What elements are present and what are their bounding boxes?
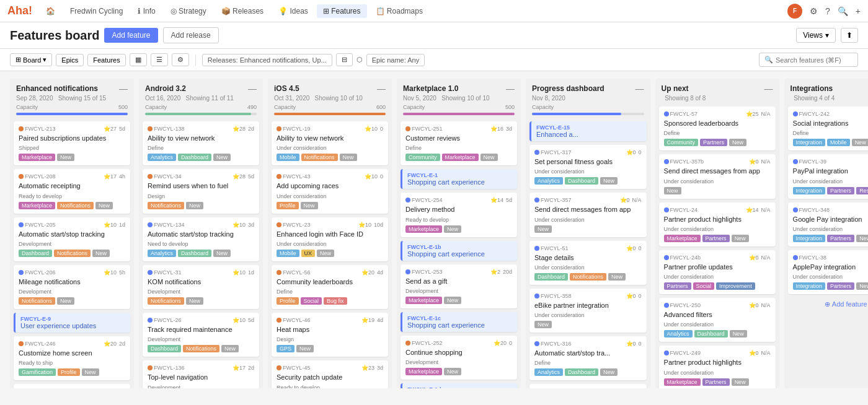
epic-card[interactable]: FWCYL-E-9 User experience updates xyxy=(14,313,130,333)
nav-ideas[interactable]: 💡 Ideas xyxy=(272,4,314,18)
features-button[interactable]: Features xyxy=(87,54,125,66)
add-feature-column-button[interactable]: ⊕ Add feature xyxy=(792,298,868,311)
epic-card[interactable]: FWCYL-E-1 Shopping cart experience xyxy=(401,169,517,189)
feature-card[interactable]: FWCYL-56 ⭐20 4d Community leaderboards D… xyxy=(272,265,388,309)
feature-card[interactable]: FWCYL-357b ⭐0 N/A Send direct messages f… xyxy=(659,154,776,198)
nav-features[interactable]: ⊞ Features xyxy=(317,4,367,18)
card-id: FWCYL-31 xyxy=(148,269,182,276)
column-collapse-button[interactable]: — xyxy=(119,84,128,94)
feature-card[interactable]: FWCYL-250 ⭐0 N/A Advanced filters Under … xyxy=(659,298,776,342)
feature-card[interactable]: FWCYL-31 ⭐10 1d KOM notifications Develo… xyxy=(143,265,259,309)
feature-card[interactable]: FWCYL-23 ⭐10 10d Enhanced login with Fac… xyxy=(272,217,388,261)
feature-card[interactable]: FWCYL-242 ⭐21 N/A Social integrations De… xyxy=(788,107,868,150)
feature-card[interactable]: FWCYL-252 ⭐20 0 Continue shopping Develo… xyxy=(401,336,517,380)
card-tags: CommunityPartners New xyxy=(664,139,771,146)
card-status: Under consideration xyxy=(793,226,868,232)
add-release-button[interactable]: Add release xyxy=(163,27,219,43)
search-nav-icon[interactable]: 🔍 xyxy=(838,6,848,16)
epic-card[interactable]: FWCYL-E-1d Shopping cart experience xyxy=(401,383,517,388)
nav-home[interactable]: 🏠 xyxy=(40,4,61,18)
feature-card[interactable]: FWCYL-316 ⭐0 0 Automatic start/stop tra.… xyxy=(529,336,647,380)
nav-roadmaps[interactable]: 📋 Roadmaps xyxy=(370,4,429,18)
nav-releases[interactable]: 📦 Releases xyxy=(215,4,270,18)
list-view-icon[interactable]: ☰ xyxy=(151,53,168,66)
column-col-marketplace: Marketplace 1.0 — Nov 5, 2020 Showing 10… xyxy=(397,79,521,388)
feature-card[interactable]: FWCYL-51 ⭐0 0 Stage details Under consid… xyxy=(529,241,647,285)
card-status: Under consideration xyxy=(793,274,868,280)
column-collapse-button[interactable]: — xyxy=(506,84,515,94)
card-status: Development xyxy=(148,336,254,342)
epic-card[interactable]: FWCYL-E-1b Shopping cart experience xyxy=(401,241,517,261)
tag: Partners xyxy=(702,235,730,242)
feature-card[interactable]: FWCYL-34 ⭐28 5d Remind users when to fue… xyxy=(143,169,259,213)
board-view-button[interactable]: ⊞ Board ▾ xyxy=(10,53,52,66)
column-title: Integrations xyxy=(790,84,833,93)
column-collapse-button[interactable]: — xyxy=(377,84,386,94)
nav-info[interactable]: ℹ Info xyxy=(131,4,161,18)
feature-card[interactable]: FWCYL-57 ⭐25 N/A Sponsored leaderboards … xyxy=(659,107,776,150)
feature-card[interactable]: FWCYL-45 ⭐23 3d Security patch update Re… xyxy=(272,360,388,388)
feature-card[interactable]: FWCYL-358 ⭐0 0 eBike partner integration… xyxy=(529,289,647,333)
feature-card[interactable]: FWCYL-253 ⭐2 20d Send as a gift Developm… xyxy=(401,264,517,308)
column-collapse-button[interactable]: — xyxy=(636,84,644,94)
help-icon[interactable]: ? xyxy=(825,6,830,16)
user-avatar[interactable]: F xyxy=(787,4,802,19)
nav-strategy[interactable]: ◎ Strategy xyxy=(164,4,213,18)
feature-card[interactable]: FWCYL-357 ⭐0 N/A Send direct messages fr… xyxy=(529,193,647,237)
feature-card[interactable]: FWCYL-26 ⭐10 5d Track required maintenan… xyxy=(143,313,259,357)
card-title: Automatic start/stop tracking xyxy=(148,230,254,238)
epic-card[interactable]: FWCYL-E-15 Enhanced a... xyxy=(529,121,647,141)
feature-card[interactable]: FWCYL-213 ⭐27 5d Paired subscriptions up… xyxy=(14,121,130,165)
feature-card[interactable]: FWCYL-24b ⭐0 N/A Partner profile updates… xyxy=(659,250,776,294)
filter-icon[interactable]: ⊟ xyxy=(336,53,353,66)
column-col-ios: iOS 4.5 — Oct 31, 2020 Showing 10 of 10 … xyxy=(268,79,392,388)
epic-filter[interactable]: Epic name: Any xyxy=(366,54,425,66)
views-button[interactable]: Views ▾ xyxy=(796,28,836,43)
card-status: Under consideration xyxy=(534,217,642,223)
card-score: ⭐10 xyxy=(365,173,378,180)
card-status: Development xyxy=(148,289,254,295)
epic-card[interactable]: FWCYL-E-1c Shopping cart experience xyxy=(401,312,517,332)
feature-card[interactable]: FWCYL-251 ⭐16 3d Customer reviews Define… xyxy=(401,121,517,165)
feature-card[interactable]: FWCYL-136 ⭐17 2d Top-level navigation De… xyxy=(143,360,259,388)
settings-toolbar-icon[interactable]: ⚙ xyxy=(172,53,189,66)
feature-card[interactable]: FWCYL-203 ⭐14 5h Profile updates Shipped… xyxy=(14,384,130,388)
feature-card[interactable]: FWCYL-138 ⭐28 2d Ability to view network… xyxy=(143,121,259,165)
card-dot xyxy=(148,222,153,227)
feature-card[interactable]: FWCYL-48 ⭐0 N/A Enhanced GPS tracking Un… xyxy=(529,384,647,388)
feature-card[interactable]: FWCYL-38 ⭐24 N/A ApplePay integration Un… xyxy=(788,250,868,294)
feature-card[interactable]: FWCYL-19 ⭐10 0 Ability to view network U… xyxy=(272,121,388,165)
settings-icon[interactable]: ⚙ xyxy=(810,6,818,16)
release-filter[interactable]: Releases: Enhanced notifications, Up... xyxy=(202,54,332,66)
search-box[interactable]: 🔍 xyxy=(759,53,858,67)
feature-card[interactable]: FWCYL-348 ⭐20 N/A Google Pay integration… xyxy=(788,202,868,246)
share-button[interactable]: ⬆ xyxy=(841,28,858,43)
add-icon[interactable]: + xyxy=(856,6,861,16)
feature-card[interactable]: FWCYL-134 ⭐10 3d Automatic start/stop tr… xyxy=(143,217,259,261)
feature-card[interactable]: FWCYL-39 ⭐12 N/A PayPal integration Unde… xyxy=(788,154,868,198)
add-feature-button[interactable]: Add feature xyxy=(104,28,157,43)
card-title: Advanced filters xyxy=(664,310,771,319)
card-status: Development xyxy=(148,385,254,388)
card-icons: ⭐0 0 xyxy=(626,245,642,251)
card-tags: AnalyticsDashboard New xyxy=(664,330,771,338)
feature-card[interactable]: FWCYL-208 ⭐17 4h Automatic receipting Re… xyxy=(14,169,130,213)
feature-card[interactable]: FWCYL-249 ⭐0 N/A Partner product highlig… xyxy=(659,346,776,388)
feature-card[interactable]: FWCYL-46 ⭐19 4d Heat maps Design GPS New xyxy=(272,313,388,357)
feature-card[interactable]: FWCYL-246 ⭐20 2d Customize home screen R… xyxy=(14,336,130,380)
feature-card[interactable]: FWCYL-24 ⭐14 N/A Partner product highlig… xyxy=(659,202,776,246)
column-collapse-button[interactable]: — xyxy=(248,84,257,94)
card-tags: PartnersSocial Improvement xyxy=(664,282,771,290)
column-collapse-button[interactable]: — xyxy=(764,84,773,94)
grid-view-icon[interactable]: ▦ xyxy=(130,53,147,66)
feature-card[interactable]: FWCYL-254 ⭐14 5d Delivery method Ready t… xyxy=(401,193,517,237)
feature-card[interactable]: FWCYL-205 ⭐10 1d Automatic start/stop tr… xyxy=(14,217,130,261)
feature-card[interactable]: FWCYL-43 ⭐10 0 Add upcoming races Under … xyxy=(272,169,388,213)
card-title: Top-level navigation xyxy=(148,373,254,381)
feature-card[interactable]: FWCYL-206 ⭐10 5h Mileage notifications D… xyxy=(14,265,130,309)
epics-button[interactable]: Epics xyxy=(56,54,84,66)
feature-card[interactable]: FWCYL-317 ⭐0 0 Set personal fitness goal… xyxy=(529,145,647,189)
nav-workspace[interactable]: Fredwin Cycling xyxy=(64,4,129,18)
card-status: Development xyxy=(405,359,512,365)
search-input[interactable] xyxy=(776,56,852,64)
